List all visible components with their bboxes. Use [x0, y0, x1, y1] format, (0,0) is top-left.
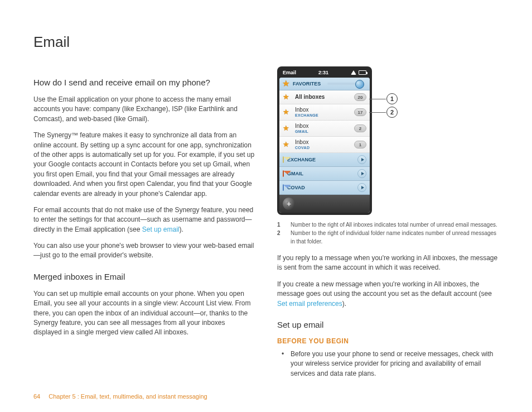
expand-icon [357, 155, 366, 164]
paragraph: Use the Email application on your phone … [33, 95, 255, 124]
section-covad: COVAD [279, 181, 370, 195]
page-title: Email [33, 33, 499, 51]
section-exchange: EXCHANGE [279, 153, 370, 167]
expand-icon [357, 169, 366, 178]
paragraph: If you reply to a message when you're wo… [277, 253, 499, 273]
heading-send-receive: How do I send and receive email on my ph… [33, 78, 255, 87]
row-inbox-exchange: ★ InboxEXCHANGE 17 [279, 104, 370, 121]
paragraph: If you create a new message when you're … [277, 280, 499, 309]
heading-set-up-email: Set up email [277, 320, 499, 329]
envelope-icon [283, 171, 284, 176]
section-gmail: GMAIL [279, 167, 370, 181]
row-inbox-covad: ★ InboxCOVAD 1 [279, 137, 370, 153]
add-account-button: + [283, 198, 295, 210]
unread-badge: 1 [354, 141, 366, 148]
app-label: Email [283, 70, 296, 75]
status-time: 2:31 [318, 70, 328, 75]
page-number: 64 [33, 393, 40, 400]
page-footer: 64 Chapter 5 : Email, text, multimedia, … [33, 393, 207, 400]
before-you-begin-heading: BEFORE YOU BEGIN [277, 337, 499, 345]
row-all-inboxes: ★ All inboxes 20 [279, 90, 370, 104]
callout-2: 2 [386, 107, 398, 118]
figure-legend: 1Number to the right of All inboxes indi… [277, 221, 499, 246]
callout-1: 1 [386, 93, 398, 104]
envelope-icon [283, 157, 284, 162]
paragraph: The Synergy™ feature makes it easy to sy… [33, 131, 255, 199]
link-set-up-email[interactable]: Set up email [142, 226, 180, 233]
row-inbox-gmail: ★ InboxGMAIL 2 [279, 121, 370, 137]
right-column: Email 2:31 ★ FAVORITES ★ All i [277, 66, 499, 379]
wifi-icon [351, 70, 356, 75]
star-icon: ★ [283, 80, 289, 88]
favorites-header: ★ FAVORITES [279, 78, 370, 90]
star-icon: ★ [283, 124, 292, 132]
chapter-label: Chapter 5 : Email, text, multimedia, and… [49, 393, 207, 400]
star-icon: ★ [283, 141, 292, 148]
star-icon: ★ [283, 93, 292, 101]
unread-badge: 2 [354, 124, 366, 132]
list-item: Before you use your phone to send or rec… [285, 349, 499, 379]
paragraph: You can set up multiple email accounts o… [33, 289, 255, 338]
unread-badge: 20 [354, 93, 366, 101]
heading-merged-inboxes: Merged inboxes in Email [33, 272, 255, 281]
paragraph: For email accounts that do not make use … [33, 205, 255, 234]
paragraph: You can also use your phone's web browse… [33, 241, 255, 261]
expand-icon [357, 183, 366, 192]
envelope-icon [283, 185, 284, 190]
slider [327, 83, 363, 85]
add-bar: + [279, 195, 370, 213]
battery-icon [359, 70, 366, 75]
phone-figure: Email 2:31 ★ FAVORITES ★ All i [277, 66, 499, 215]
left-column: How do I send and receive email on my ph… [33, 66, 255, 379]
star-icon: ★ [283, 108, 292, 116]
link-set-email-preferences[interactable]: Set email preferences [277, 300, 342, 308]
unread-badge: 17 [354, 108, 366, 116]
